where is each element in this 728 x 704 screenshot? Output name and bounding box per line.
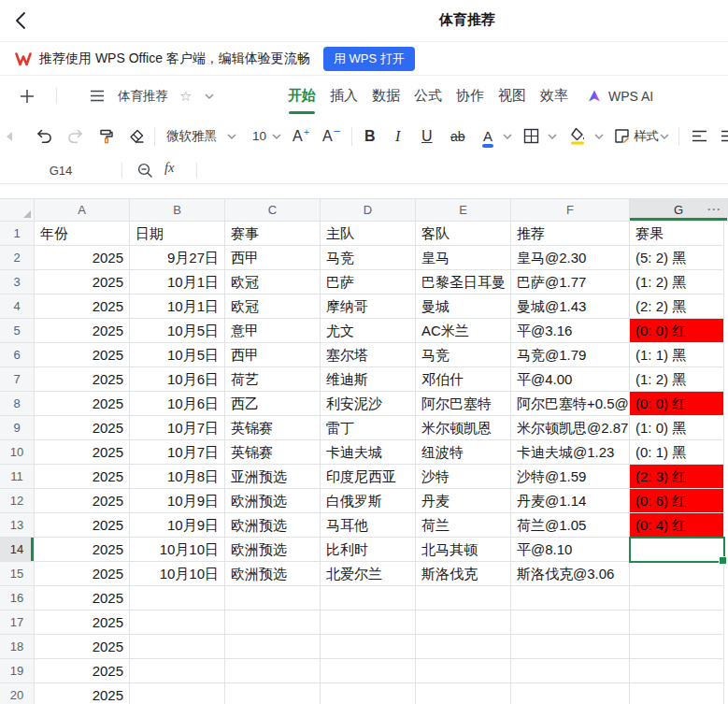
borders-button[interactable]	[523, 116, 539, 156]
cell[interactable]: 2025	[35, 416, 130, 440]
cell[interactable]: (2: 2) 黑	[630, 295, 724, 319]
cell[interactable]: 曼城	[416, 295, 511, 319]
font-size-dropdown[interactable]	[272, 116, 281, 156]
open-in-wps-button[interactable]: 用 WPS 打开	[323, 47, 415, 71]
menu-tab[interactable]: 视图	[498, 87, 526, 106]
cell[interactable]: 10月10日	[130, 562, 225, 586]
cell[interactable]: 荷艺	[225, 367, 321, 392]
cell[interactable]: 2025	[35, 659, 130, 683]
cell[interactable]: 巴萨@1.77	[511, 270, 630, 295]
result-cell-red[interactable]: (0: 0) 红	[630, 319, 724, 343]
cell[interactable]: AC米兰	[416, 319, 511, 343]
cell[interactable]: 2025	[35, 683, 130, 704]
column-header-e[interactable]: E	[416, 198, 511, 222]
cell[interactable]	[630, 538, 724, 562]
cell[interactable]	[321, 659, 416, 683]
insert-function-button[interactable]: fx	[164, 160, 174, 176]
result-cell-red[interactable]: (0: 0) 红	[630, 392, 724, 416]
row-number[interactable]: 7	[0, 367, 35, 392]
cell[interactable]: 2025	[35, 343, 130, 367]
menu-tab[interactable]: 开始	[288, 87, 316, 106]
cell[interactable]: 2025	[35, 367, 130, 392]
cell[interactable]	[511, 635, 630, 659]
italic-button[interactable]: I	[395, 116, 400, 156]
cell[interactable]	[511, 683, 630, 704]
cell[interactable]: 亚洲预选	[225, 465, 321, 489]
cell[interactable]	[225, 683, 321, 704]
cell[interactable]: 英锦赛	[225, 440, 321, 465]
cell[interactable]: 2025	[35, 489, 130, 513]
borders-dropdown[interactable]	[548, 116, 557, 156]
cell[interactable]: 尤文	[321, 319, 416, 343]
new-sheet-button[interactable]	[20, 76, 35, 116]
cell[interactable]: 雷丁	[321, 416, 416, 440]
row-number[interactable]: 20	[0, 683, 35, 704]
cell[interactable]	[630, 611, 724, 635]
cell[interactable]	[416, 611, 511, 635]
cell[interactable]	[130, 611, 225, 635]
align-left-button[interactable]	[692, 116, 707, 156]
cell[interactable]: (1: 2) 黑	[630, 367, 724, 392]
cell[interactable]: 10月6日	[130, 367, 225, 392]
cell[interactable]: 北爱尔兰	[321, 562, 416, 586]
cell[interactable]	[416, 683, 511, 704]
row-number[interactable]: 3	[0, 270, 35, 295]
cell[interactable]: 10月6日	[130, 392, 225, 416]
cell[interactable]	[630, 586, 724, 611]
cell[interactable]: 利安泥沙	[321, 392, 416, 416]
cell[interactable]	[321, 635, 416, 659]
row-number[interactable]: 15	[0, 562, 35, 586]
cell[interactable]: 沙特@1.59	[511, 465, 630, 489]
cell[interactable]: 日期	[130, 222, 225, 246]
cell[interactable]: (5: 2) 黑	[630, 246, 724, 270]
cell[interactable]: 英锦赛	[225, 416, 321, 440]
cell[interactable]: 2025	[35, 295, 130, 319]
cell[interactable]	[416, 659, 511, 683]
cell[interactable]: 10月5日	[130, 343, 225, 367]
menu-tab[interactable]: 数据	[372, 87, 400, 106]
row-number[interactable]: 16	[0, 586, 35, 611]
column-header-c[interactable]: C	[225, 198, 321, 222]
cell[interactable]: (0: 1) 黑	[630, 440, 724, 465]
wps-ai-button[interactable]: WPS AI	[587, 76, 653, 116]
cell[interactable]: 赛事	[225, 222, 321, 246]
cell[interactable]	[130, 659, 225, 683]
cell[interactable]: 2025	[35, 586, 130, 611]
cell[interactable]: 欧冠	[225, 270, 321, 295]
cell[interactable]: 欧洲预选	[225, 513, 321, 538]
fill-color-dropdown[interactable]	[594, 116, 604, 156]
cell[interactable]	[511, 611, 630, 635]
cell-reference-box[interactable]: G14	[0, 157, 121, 183]
underline-button[interactable]: U	[421, 116, 433, 156]
cell[interactable]: 10月1日	[130, 295, 225, 319]
cell[interactable]: 荷兰@1.05	[511, 513, 630, 538]
menu-tab[interactable]: 公式	[414, 87, 442, 106]
result-cell-red[interactable]: (0: 6) 红	[630, 489, 724, 513]
cell[interactable]: 沙特	[416, 465, 511, 489]
select-all-corner[interactable]	[0, 198, 35, 222]
cell[interactable]	[225, 659, 321, 683]
cell[interactable]: 平@4.00	[511, 367, 630, 392]
row-number[interactable]: 1	[0, 222, 35, 246]
cell[interactable]: 丹麦@1.14	[511, 489, 630, 513]
cell[interactable]: 卡迪夫城	[321, 440, 416, 465]
menu-tab[interactable]: 协作	[456, 87, 484, 106]
cell[interactable]	[321, 611, 416, 635]
cell[interactable]: 西甲	[225, 343, 321, 367]
cell[interactable]: 荷兰	[416, 513, 511, 538]
cell[interactable]: 西乙	[225, 392, 321, 416]
cell[interactable]: 塞尔塔	[321, 343, 416, 367]
cell[interactable]	[511, 659, 630, 683]
cell[interactable]: 2025	[35, 392, 130, 416]
cell[interactable]	[321, 683, 416, 704]
cell[interactable]: 马竞@1.79	[511, 343, 630, 367]
row-number[interactable]: 8	[0, 392, 35, 416]
cell[interactable]: 2025	[35, 319, 130, 343]
menu-tab[interactable]: 插入	[330, 87, 358, 106]
cell[interactable]: 2025	[35, 611, 130, 635]
cell[interactable]: 10月1日	[130, 270, 225, 295]
font-color-button[interactable]: A	[483, 116, 492, 156]
font-size-select[interactable]: 10	[252, 116, 266, 156]
zoom-button[interactable]	[136, 157, 153, 183]
cell[interactable]	[630, 683, 724, 704]
